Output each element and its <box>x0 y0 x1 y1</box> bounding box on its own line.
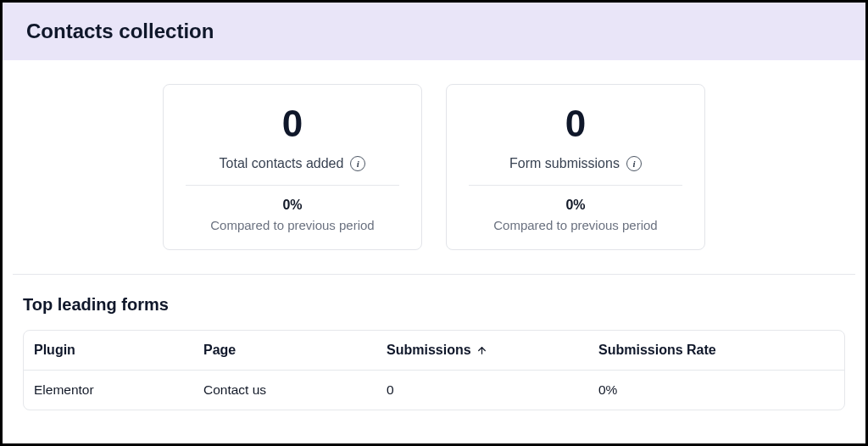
cell-page: Contact us <box>203 382 387 398</box>
stat-cards-row: 0 Total contacts added i 0% Compared to … <box>13 84 855 275</box>
info-icon[interactable]: i <box>626 156 642 171</box>
stat-value-submissions: 0 <box>465 103 686 144</box>
col-header-page-label: Page <box>203 343 236 358</box>
cell-rate: 0% <box>598 382 834 398</box>
col-header-page[interactable]: Page <box>203 343 387 358</box>
stat-label-submissions: Form submissions <box>509 156 620 171</box>
col-header-plugin-label: Plugin <box>34 343 75 358</box>
panel-header: Contacts collection <box>3 3 865 60</box>
leading-forms-section: Top leading forms Plugin Page Submission… <box>13 275 855 410</box>
stat-percent-submissions: 0% <box>465 186 686 213</box>
arrow-up-icon <box>476 344 488 356</box>
info-icon[interactable]: i <box>350 156 365 171</box>
panel-title: Contacts collection <box>26 20 842 43</box>
stat-card-contacts: 0 Total contacts added i 0% Compared to … <box>163 84 422 250</box>
cell-plugin: Elementor <box>34 382 203 398</box>
stat-label-row-submissions: Form submissions i <box>469 144 682 186</box>
cell-submissions: 0 <box>387 382 598 398</box>
stat-compare-submissions: Compared to previous period <box>465 213 686 232</box>
col-header-plugin[interactable]: Plugin <box>34 343 203 358</box>
table-header-row: Plugin Page Submissions Submissions Ra <box>24 331 844 371</box>
panel-content: 0 Total contacts added i 0% Compared to … <box>3 60 865 410</box>
stat-compare-contacts: Compared to previous period <box>182 213 403 232</box>
stat-card-submissions: 0 Form submissions i 0% Compared to prev… <box>446 84 705 250</box>
col-header-rate[interactable]: Submissions Rate <box>598 343 834 358</box>
col-header-submissions-label: Submissions <box>387 343 471 358</box>
stat-value-contacts: 0 <box>182 103 403 144</box>
stat-label-contacts: Total contacts added <box>220 156 344 171</box>
stat-percent-contacts: 0% <box>182 186 403 213</box>
leading-forms-table: Plugin Page Submissions Submissions Ra <box>23 330 845 410</box>
col-header-submissions[interactable]: Submissions <box>387 343 598 358</box>
leading-forms-title: Top leading forms <box>23 295 845 315</box>
col-header-rate-label: Submissions Rate <box>598 343 716 358</box>
table-row[interactable]: Elementor Contact us 0 0% <box>24 371 844 410</box>
stat-label-row-contacts: Total contacts added i <box>186 144 399 186</box>
